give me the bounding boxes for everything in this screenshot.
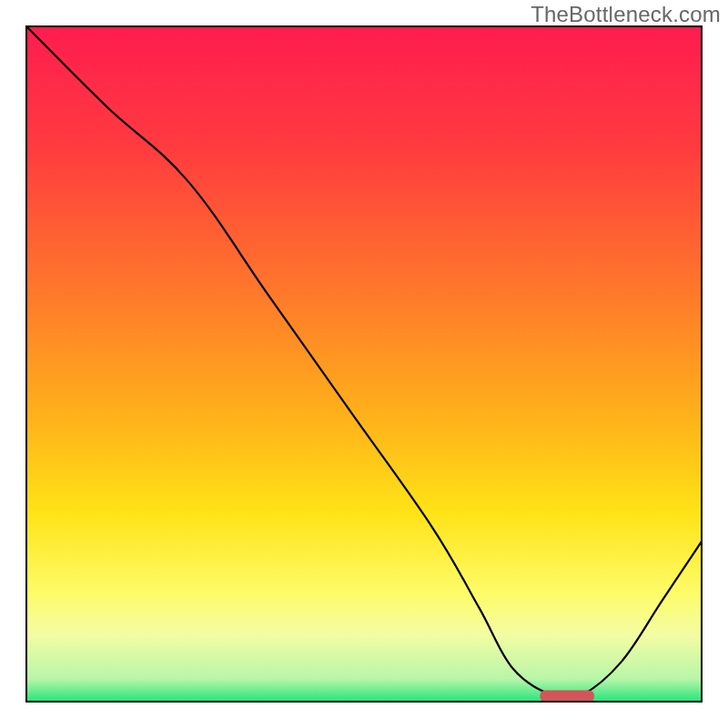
plot-area (25, 25, 703, 703)
plot-svg (25, 25, 703, 703)
gradient-background (25, 25, 703, 703)
watermark-text: TheBottleneck.com (531, 2, 721, 27)
optimal-range-marker (540, 691, 594, 703)
chart-stage: TheBottleneck.com (0, 0, 728, 728)
